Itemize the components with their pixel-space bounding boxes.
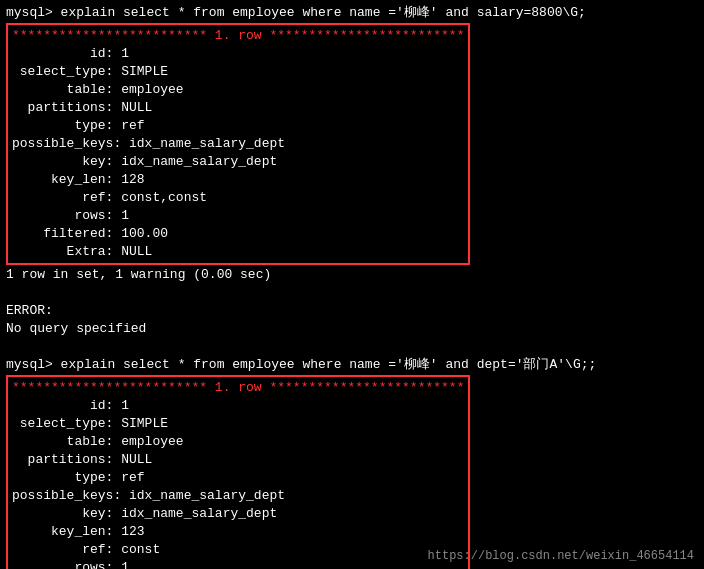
- separator2-line: ************************* 1. row *******…: [12, 379, 464, 397]
- result1-possible-keys: possible_keys: idx_name_salary_dept: [12, 135, 464, 153]
- result1-rows: rows: 1: [12, 207, 464, 225]
- result2-table: table: employee: [12, 433, 464, 451]
- query2-line: mysql> explain select * from employee wh…: [6, 356, 698, 374]
- result1-extra: Extra: NULL: [12, 243, 464, 261]
- row-info1: 1 row in set, 1 warning (0.00 sec): [6, 266, 698, 284]
- result1-key: key: idx_name_salary_dept: [12, 153, 464, 171]
- prompt1: mysql>: [6, 5, 61, 20]
- error-label: ERROR:: [6, 302, 698, 320]
- result1-type: type: ref: [12, 117, 464, 135]
- result-box-1: ************************* 1. row *******…: [6, 23, 470, 265]
- result2-select-type: select_type: SIMPLE: [12, 415, 464, 433]
- result1-ref: ref: const,const: [12, 189, 464, 207]
- result2-id: id: 1: [12, 397, 464, 415]
- result2-type: type: ref: [12, 469, 464, 487]
- result1-filtered: filtered: 100.00: [12, 225, 464, 243]
- result1-table: table: employee: [12, 81, 464, 99]
- terminal-window: mysql> explain select * from employee wh…: [0, 0, 704, 569]
- empty-line1: [6, 284, 698, 302]
- query1-text: explain select * from employee where nam…: [61, 5, 586, 20]
- query2-text: explain select * from employee where nam…: [61, 357, 597, 372]
- prompt2: mysql>: [6, 357, 61, 372]
- separator1-line: ************************* 1. row *******…: [12, 27, 464, 45]
- result2-key: key: idx_name_salary_dept: [12, 505, 464, 523]
- result2-partitions: partitions: NULL: [12, 451, 464, 469]
- error-msg: No query specified: [6, 320, 698, 338]
- watermark: https://blog.csdn.net/weixin_46654114: [428, 549, 694, 563]
- result1-partitions: partitions: NULL: [12, 99, 464, 117]
- result2-key-len: key_len: 123: [12, 523, 464, 541]
- result-box-2: ************************* 1. row *******…: [6, 375, 470, 569]
- result1-select-type: select_type: SIMPLE: [12, 63, 464, 81]
- result2-rows: rows: 1: [12, 559, 464, 569]
- result2-possible-keys: possible_keys: idx_name_salary_dept: [12, 487, 464, 505]
- result1-key-len: key_len: 128: [12, 171, 464, 189]
- result2-ref: ref: const: [12, 541, 464, 559]
- query1-line: mysql> explain select * from employee wh…: [6, 4, 698, 22]
- result1-id: id: 1: [12, 45, 464, 63]
- empty-line2: [6, 338, 698, 356]
